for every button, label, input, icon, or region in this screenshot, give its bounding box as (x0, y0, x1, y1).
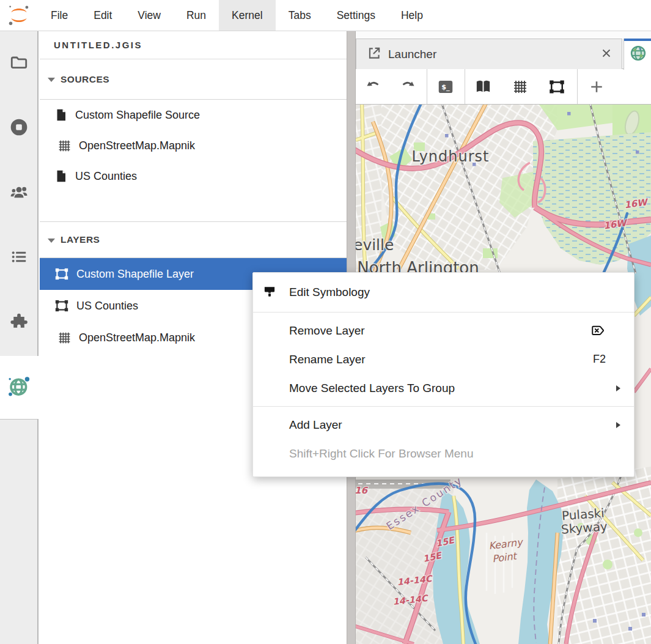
submenu-arrow-icon (616, 422, 620, 428)
close-icon[interactable] (600, 46, 613, 62)
sidebar-tab-extensions[interactable] (0, 291, 37, 355)
map-ref-16: 16 (356, 485, 368, 496)
toolbar-separator (577, 69, 578, 104)
svg-text:$_: $_ (441, 83, 450, 91)
folder-icon (9, 53, 29, 75)
layers-section-header[interactable]: LAYERS (40, 221, 347, 258)
book-icon (474, 78, 492, 95)
toolbar-separator (465, 69, 465, 104)
sources-section-header[interactable]: SOURCES (40, 59, 347, 100)
list-icon (9, 247, 29, 269)
sidebar-tab-filebrowser[interactable] (0, 31, 37, 96)
tab-launcher-label: Launcher (388, 48, 436, 61)
raster-grid-icon (512, 78, 529, 95)
map-label-belleville: eville (356, 236, 394, 254)
file-icon (54, 108, 68, 122)
raster-grid-icon (57, 138, 72, 154)
source-item-us-counties[interactable]: US Counties (40, 161, 347, 191)
ctx-rename-layer[interactable]: Rename Layer F2 (253, 345, 634, 374)
users-icon (9, 182, 29, 205)
globe-icon (7, 374, 31, 401)
tab-launcher[interactable]: Launcher (356, 39, 622, 69)
source-label: OpenStreetMap.Mapnik (79, 139, 195, 152)
globe-icon (629, 44, 647, 65)
tab-bar: Launcher (356, 31, 651, 69)
open-console-button[interactable]: $_ (435, 75, 456, 99)
delete-forward-icon (590, 323, 606, 338)
ctx-item-label: Rename Layer (289, 353, 366, 366)
panel-title: UNTITLED.JGIS (40, 31, 347, 59)
redo-button[interactable] (397, 75, 418, 99)
file-icon (54, 169, 68, 183)
toolbar-separator (427, 69, 427, 104)
layers-header-label: LAYERS (61, 234, 100, 245)
layer-label: Custom Shapefile Layer (76, 268, 194, 281)
ctx-edit-symbology[interactable]: Edit Symbology (253, 276, 634, 308)
gis-toolbar: $_ (356, 69, 651, 105)
ctx-add-layer[interactable]: Add Layer (253, 410, 634, 439)
menu-divider (253, 406, 634, 407)
ctx-browser-menu-hint: Shift+Right Click For Browser Menu (253, 439, 634, 468)
menu-file[interactable]: File (38, 0, 81, 31)
menubar: File Edit View Run Kernel Tabs Settings … (0, 0, 651, 31)
symbology-brush-icon (262, 284, 278, 300)
source-item-openstreetmap[interactable]: OpenStreetMap.Mapnik (40, 130, 347, 161)
vector-polygon-icon (54, 298, 70, 314)
undo-icon (364, 78, 383, 96)
sources-header-label: SOURCES (61, 74, 109, 85)
layer-context-menu: Edit Symbology Remove Layer Rename Layer… (252, 272, 634, 477)
chevron-down-icon (48, 239, 55, 243)
sidebar-tab-running[interactable] (0, 96, 37, 161)
vector-polygon-icon (54, 266, 70, 282)
sidebar-empty-area (0, 419, 39, 644)
undo-button[interactable] (363, 75, 384, 99)
menu-help[interactable]: Help (388, 0, 436, 31)
vector-polygon-icon (548, 78, 566, 96)
launcher-icon (366, 45, 382, 64)
menu-settings[interactable]: Settings (324, 0, 388, 31)
ctx-item-label: Shift+Right Click For Browser Menu (289, 447, 473, 461)
plus-icon (588, 78, 605, 95)
tab-jgis-map[interactable] (623, 39, 651, 70)
raster-grid-icon (57, 330, 72, 346)
ctx-move-layers-to-group[interactable]: Move Selected Layers To Group (253, 374, 634, 402)
puzzle-icon (9, 311, 29, 335)
ctx-item-label: Add Layer (289, 418, 342, 432)
active-tab-accent (624, 39, 651, 41)
menu-kernel[interactable]: Kernel (219, 0, 276, 31)
ctx-shortcut-f2: F2 (593, 353, 606, 366)
new-vector-layer-button[interactable] (546, 75, 567, 99)
source-item-custom-shapefile[interactable]: Custom Shapefile Source (40, 100, 347, 130)
new-raster-layer-button[interactable] (510, 75, 531, 99)
menu-edit[interactable]: Edit (81, 0, 125, 31)
ctx-item-label: Move Selected Layers To Group (289, 382, 455, 395)
menu-view[interactable]: View (125, 0, 174, 31)
ctx-remove-layer[interactable]: Remove Layer (253, 316, 634, 345)
map-label-lyndhurst: Lyndhurst (411, 148, 489, 165)
jupyterlab-window: File Edit View Run Kernel Tabs Settings … (0, 0, 651, 644)
add-button[interactable] (586, 75, 607, 99)
redo-icon (399, 78, 417, 96)
jupyter-logo (0, 0, 38, 31)
submenu-arrow-icon (616, 385, 620, 391)
source-label: Custom Shapefile Source (75, 109, 200, 122)
sidebar-tab-toc[interactable] (0, 226, 37, 291)
ctx-item-label: Edit Symbology (289, 286, 370, 299)
ctx-item-label: Remove Layer (289, 324, 365, 338)
sources-list: Custom Shapefile Source OpenStreetMap.Ma… (40, 100, 347, 221)
sidebar-tab-jupytergis[interactable] (0, 356, 39, 419)
terminal-icon: $_ (436, 78, 455, 96)
menu-tabs[interactable]: Tabs (276, 0, 324, 31)
documentation-button[interactable] (473, 75, 493, 99)
left-sidebar (0, 31, 40, 644)
layer-label: OpenStreetMap.Mapnik (79, 331, 195, 344)
source-label: US Counties (75, 170, 137, 183)
layer-label: US Counties (76, 300, 138, 313)
stop-circle-icon (9, 117, 29, 140)
menu-run[interactable]: Run (174, 0, 219, 31)
chevron-down-icon (48, 78, 55, 82)
menu-divider (253, 312, 634, 313)
sidebar-tab-collaboration[interactable] (0, 161, 37, 226)
